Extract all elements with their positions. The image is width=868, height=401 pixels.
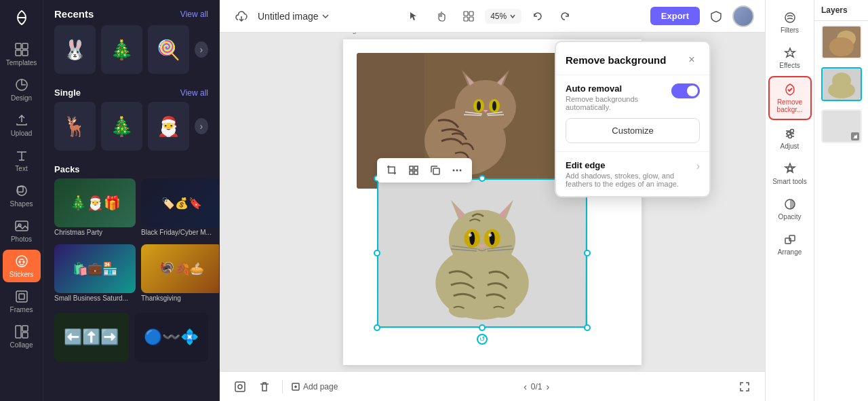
svg-point-32 — [492, 101, 496, 111]
adjust-tool-btn[interactable]: Adjust — [768, 121, 812, 155]
add-page-btn[interactable]: Add page — [291, 382, 338, 392]
layer-item-1[interactable] — [821, 25, 862, 59]
sidebar-item-text[interactable]: Text — [3, 144, 41, 176]
canvas-area: Untitled image — [220, 0, 765, 401]
next-page-btn[interactable]: › — [547, 381, 550, 392]
single-view-all[interactable]: View all — [180, 88, 208, 98]
auto-removal-section: Auto removal Remove backgrounds automati… — [556, 75, 709, 151]
smart-tools-btn[interactable]: Smart tools — [768, 157, 812, 191]
duplicate-tool-btn[interactable] — [426, 161, 445, 180]
logo-button[interactable] — [9, 5, 34, 30]
footer-left: Add page — [231, 377, 338, 396]
remove-bg-tool-btn[interactable]: Remove backgr... — [768, 76, 812, 120]
svg-rect-15 — [16, 326, 21, 338]
single-thumb-3[interactable]: 🎅 — [148, 102, 189, 151]
view-options-btn[interactable] — [458, 5, 479, 27]
sidebar-item-upload[interactable]: Upload — [3, 109, 41, 141]
single-thumb-2[interactable]: 🎄 — [101, 102, 142, 151]
edit-edge-section[interactable]: Edit edge Add shadows, strokes, glow, an… — [556, 151, 709, 196]
recents-title: Recents — [54, 8, 94, 20]
opacity-tool-btn[interactable]: Opacity — [768, 192, 812, 226]
canvas-settings-btn[interactable] — [231, 377, 250, 396]
dialog-header: Remove background × — [556, 42, 709, 75]
single-thumb-1[interactable]: 🦌 — [54, 102, 96, 151]
transform-tool-btn[interactable] — [404, 161, 423, 180]
svg-point-64 — [453, 169, 455, 171]
cloud-save-icon[interactable] — [231, 5, 252, 27]
recents-next-btn[interactable]: › — [195, 41, 208, 58]
user-avatar[interactable] — [732, 5, 754, 27]
page-navigation: ‹ 0/1 › — [524, 381, 549, 392]
effects-label: Effects — [779, 62, 800, 69]
svg-point-72 — [785, 13, 795, 22]
effects-tool-btn[interactable]: Effects — [768, 41, 812, 75]
cat-image-2[interactable] — [377, 178, 587, 328]
filters-tool-btn[interactable]: Filters — [768, 5, 812, 39]
layer-item-2[interactable] — [821, 67, 862, 101]
toolbar-center: 45% — [403, 5, 576, 27]
shield-icon[interactable] — [705, 5, 727, 27]
svg-point-41 — [449, 301, 475, 318]
footer-separator — [282, 380, 283, 394]
black-friday-pack[interactable]: 🏷️💰🔖 — [141, 178, 220, 227]
svg-point-91 — [854, 136, 856, 138]
fullscreen-btn[interactable] — [735, 377, 754, 396]
layer-item-3[interactable] — [821, 109, 862, 143]
export-button[interactable]: Export — [650, 7, 700, 25]
hand-tool-btn[interactable] — [431, 5, 452, 27]
sidebar-item-photos[interactable]: Photos — [3, 214, 41, 247]
opacity-label: Opacity — [778, 213, 802, 221]
left-sidebar: Templates Design Upload Text Shapes — [0, 0, 43, 401]
small-business-label: Small Business Saturd... — [54, 294, 136, 302]
undo-btn[interactable] — [527, 5, 549, 27]
svg-rect-67 — [235, 382, 245, 392]
layers-panel: Layers — [814, 0, 868, 401]
canvas-footer: Add page ‹ 0/1 › — [220, 371, 765, 401]
page-label: Page 1 — [343, 33, 367, 34]
svg-point-68 — [238, 385, 242, 389]
sidebar-item-design[interactable]: Design — [3, 73, 41, 106]
crop-tool-btn[interactable] — [382, 161, 401, 180]
dialog-close-btn[interactable]: × — [684, 52, 700, 68]
svg-rect-8 — [16, 221, 28, 231]
remove-bg-dialog: Remove background × Auto removal Remove … — [555, 41, 711, 197]
arrows-pack-2[interactable]: 🔵〰️💠 — [134, 313, 209, 362]
recent-thumb-3[interactable]: 🍭 — [148, 25, 189, 74]
select-tool-btn[interactable] — [403, 5, 425, 27]
right-panel-tools: Filters Effects Remove backgr... Adjust — [765, 0, 814, 401]
christmas-party-pack[interactable]: 🎄🎅🎁 — [54, 178, 136, 227]
svg-rect-17 — [22, 332, 28, 338]
customize-btn[interactable]: Customize — [566, 118, 700, 143]
svg-rect-3 — [16, 50, 21, 56]
recent-thumb-2[interactable]: 🎄 — [101, 25, 142, 74]
doc-title[interactable]: Untitled image — [258, 11, 330, 22]
redo-btn[interactable] — [554, 5, 576, 27]
sidebar-item-collage[interactable]: Collage — [3, 320, 41, 353]
sidebar-item-stickers[interactable]: Stickers — [3, 250, 41, 282]
rotate-handle[interactable]: ↺ — [477, 334, 488, 345]
single-next-btn[interactable]: › — [195, 118, 208, 134]
sidebar-item-templates[interactable]: Templates — [3, 38, 41, 71]
arrange-tool-btn[interactable]: Arrange — [768, 227, 812, 261]
adjust-label: Adjust — [781, 142, 800, 150]
svg-point-42 — [489, 301, 515, 318]
zoom-control[interactable]: 45% — [485, 9, 521, 24]
packs-section: 🎄🎅🎁 Christmas Party 🏷️💰🔖 Black Friday/Cy… — [43, 178, 219, 310]
thanksgiving-pack[interactable]: 🦃🍂🥧 — [141, 244, 220, 293]
recent-thumb-1[interactable]: 🐰 — [54, 25, 96, 74]
svg-rect-14 — [19, 294, 24, 299]
small-business-pack[interactable]: 🛍️💼🏪 — [54, 244, 136, 293]
delete-page-btn[interactable] — [255, 377, 274, 396]
recents-view-all[interactable]: View all — [180, 9, 208, 19]
svg-rect-1 — [16, 43, 21, 49]
single-grid: 🦌 🎄 🎅 › — [43, 102, 219, 159]
svg-point-66 — [460, 169, 462, 171]
sidebar-item-shapes[interactable]: Shapes — [3, 179, 41, 212]
more-options-btn[interactable] — [448, 161, 467, 180]
edit-edge-title: Edit edge — [566, 160, 694, 170]
auto-removal-toggle[interactable] — [671, 83, 700, 98]
prev-page-btn[interactable]: ‹ — [524, 381, 527, 392]
sidebar-item-frames[interactable]: Frames — [3, 285, 41, 318]
arrows-pack-1[interactable]: ⬅️⬆️➡️ — [54, 313, 129, 362]
layers-header: Layers — [814, 0, 868, 21]
